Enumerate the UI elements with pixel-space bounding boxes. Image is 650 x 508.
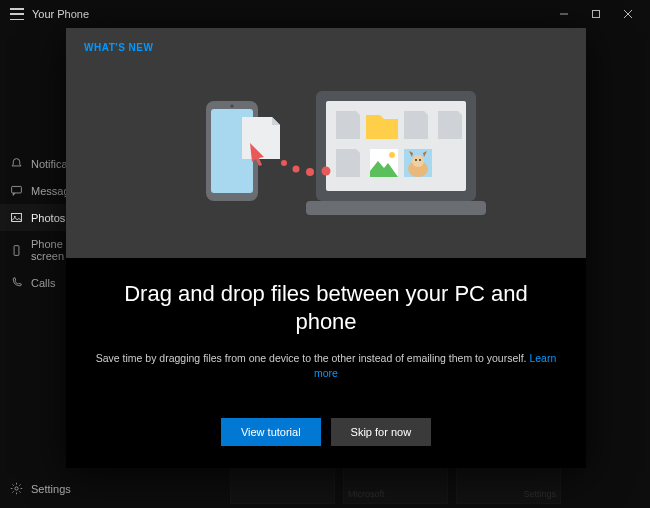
titlebar: Your Phone [0, 0, 650, 28]
dialog-subtext: Save time by dragging files from one dev… [94, 351, 558, 380]
svg-point-17 [415, 159, 417, 161]
photo-icon [10, 211, 23, 224]
phone-mirror-icon [10, 244, 23, 257]
bell-icon [10, 157, 23, 170]
drag-drop-illustration [84, 53, 568, 258]
sidebar-item-label: Calls [31, 277, 55, 289]
menu-icon[interactable] [10, 8, 24, 20]
chat-icon [10, 184, 23, 197]
svg-rect-5 [12, 213, 22, 221]
illustration-area: WHAT'S NEW [66, 28, 586, 258]
svg-point-13 [389, 152, 395, 158]
sidebar-item-settings[interactable]: Settings [0, 475, 81, 502]
whats-new-label: WHAT'S NEW [84, 42, 568, 53]
dialog-buttons: View tutorial Skip for now [66, 394, 586, 468]
phone-icon [10, 276, 23, 289]
sidebar-item-label: Photos [31, 212, 65, 224]
dialog-headline: Drag and drop files between your PC and … [94, 280, 558, 335]
svg-rect-4 [12, 186, 22, 193]
settings-label: Settings [31, 483, 71, 495]
gear-icon [10, 482, 23, 495]
svg-point-23 [293, 165, 300, 172]
svg-rect-11 [306, 201, 486, 215]
maximize-button[interactable] [580, 0, 612, 28]
svg-rect-7 [14, 245, 19, 255]
svg-point-24 [306, 168, 314, 176]
svg-point-16 [412, 155, 424, 167]
close-button[interactable] [612, 0, 644, 28]
app-title: Your Phone [32, 8, 89, 20]
svg-point-8 [15, 487, 18, 490]
svg-rect-1 [593, 11, 600, 18]
view-tutorial-button[interactable]: View tutorial [221, 418, 321, 446]
skip-button[interactable]: Skip for now [331, 418, 432, 446]
dialog-text-area: Drag and drop files between your PC and … [66, 258, 586, 394]
window-controls [548, 0, 644, 28]
minimize-button[interactable] [548, 0, 580, 28]
svg-point-18 [419, 159, 421, 161]
svg-point-22 [281, 160, 287, 166]
whats-new-dialog: WHAT'S NEW [66, 28, 586, 468]
svg-point-25 [322, 166, 331, 175]
svg-point-21 [231, 104, 234, 107]
